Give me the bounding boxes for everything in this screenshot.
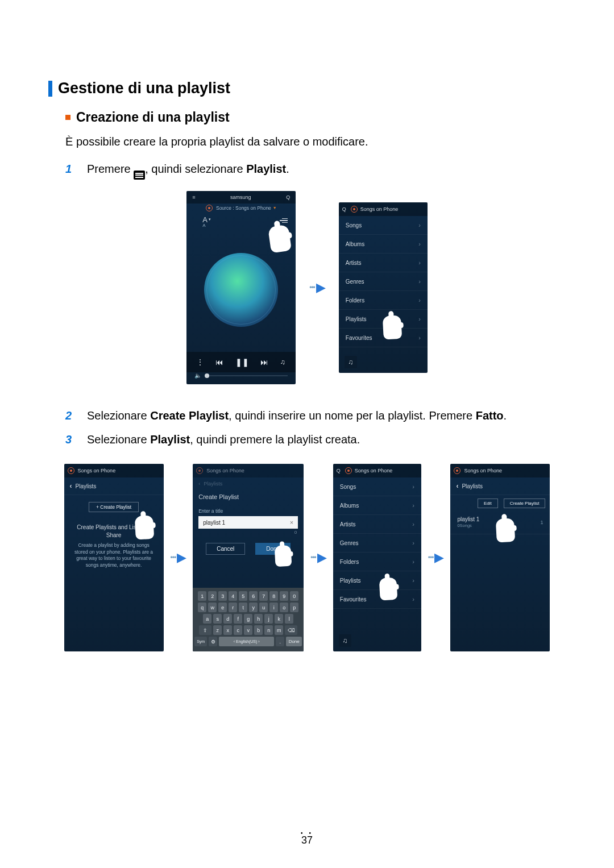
menu-item-playlists[interactable]: Playlists›: [339, 310, 428, 329]
phone-empty-back[interactable]: ‹ Playlists: [64, 477, 164, 495]
dialog-subtitle: Enter a title: [193, 502, 304, 516]
key-space[interactable]: ‹ English(US) ›: [219, 637, 274, 646]
chevron-right-icon: ›: [418, 334, 421, 341]
speaker-icon[interactable]: ♫: [339, 634, 351, 647]
menu-item-songs[interactable]: Songs›: [333, 477, 421, 496]
chevron-right-icon: ›: [412, 483, 414, 490]
key-w[interactable]: w: [208, 603, 217, 612]
key-h[interactable]: h: [254, 614, 263, 624]
key-v[interactable]: v: [244, 625, 252, 635]
brand-icon: [345, 467, 352, 474]
speaker-icon[interactable]: ♫: [280, 358, 285, 366]
key-sym[interactable]: Sym: [194, 637, 207, 646]
key-6[interactable]: 6: [249, 591, 258, 601]
step-1-body: Premere , quindi selezionare Playlist.: [87, 160, 566, 180]
chevron-left-icon: ‹: [198, 481, 200, 487]
phone-empty-playlists: Songs on Phone ‹ Playlists + Create Play…: [64, 464, 164, 651]
volume-track[interactable]: [205, 375, 288, 376]
chevron-right-icon: ›: [412, 539, 414, 546]
arrow-icon: ▶: [309, 280, 325, 295]
search-icon[interactable]: Q: [337, 468, 341, 474]
clear-input-icon[interactable]: ×: [290, 519, 293, 526]
menu-item-genres[interactable]: Genres›: [333, 534, 421, 553]
key-4[interactable]: 4: [229, 591, 237, 601]
key-t[interactable]: t: [239, 603, 247, 612]
key-9[interactable]: 9: [280, 591, 288, 601]
key-g[interactable]: g: [244, 614, 252, 624]
playlist-item[interactable]: playlist 1 0Songs 1: [450, 510, 550, 534]
phone-main-sort[interactable]: A▾ A: [194, 213, 211, 228]
menu-item-folders[interactable]: Folders›: [333, 553, 421, 571]
key-7[interactable]: 7: [259, 591, 268, 601]
heading-main-row: Gestione di una playlist: [48, 80, 566, 97]
phone-categories-1-list: Songs› Albums› Artists› Genres› Folders›…: [339, 216, 428, 347]
phone-categories-1-topbar: Q Songs on Phone: [339, 202, 428, 216]
more-icon[interactable]: ⋮: [197, 358, 204, 366]
key-d[interactable]: d: [223, 614, 232, 624]
volume-icon[interactable]: 🔈: [194, 372, 201, 379]
key-8[interactable]: 8: [269, 591, 278, 601]
step-3-number: 3: [65, 431, 77, 448]
eq-icon[interactable]: ≡: [192, 194, 195, 200]
key-q[interactable]: q: [198, 603, 206, 612]
key-u[interactable]: u: [259, 603, 268, 612]
list-icon[interactable]: [280, 218, 288, 223]
key-l[interactable]: l: [285, 614, 293, 624]
key-k[interactable]: k: [275, 614, 283, 624]
key-backspace[interactable]: ⌫: [285, 625, 297, 635]
key-r[interactable]: r: [229, 603, 237, 612]
key-settings[interactable]: ⚙: [209, 637, 217, 646]
key-c[interactable]: c: [234, 625, 242, 635]
menu-item-folders[interactable]: Folders›: [339, 291, 428, 310]
key-m[interactable]: m: [275, 625, 283, 635]
key-done[interactable]: Done: [286, 637, 302, 646]
key-b[interactable]: b: [254, 625, 263, 635]
create-playlist-button[interactable]: Create Playlist: [504, 499, 546, 508]
next-icon[interactable]: ⏭: [260, 358, 268, 367]
on-screen-keyboard[interactable]: 1 2 3 4 5 6 7 8 9 0 q w e r t y: [193, 588, 304, 651]
key-1[interactable]: 1: [198, 591, 206, 601]
menu-item-songs[interactable]: Songs›: [339, 216, 428, 235]
key-z[interactable]: z: [213, 625, 222, 635]
hand-pointer-icon: [383, 315, 403, 340]
key-j[interactable]: j: [264, 614, 273, 624]
dropdown-caret-icon[interactable]: ▼: [273, 206, 277, 210]
menu-item-artists[interactable]: Artists›: [333, 515, 421, 534]
menu-item-albums[interactable]: Albums›: [339, 235, 428, 254]
key-3[interactable]: 3: [218, 591, 227, 601]
keyboard-row-4: Sym ⚙ ‹ English(US) › . Done: [194, 637, 302, 646]
phone-create-back[interactable]: ‹ Playlists: [193, 477, 304, 490]
key-f[interactable]: f: [234, 614, 242, 624]
intro-paragraph: È possibile creare la propria playlist d…: [65, 133, 566, 150]
key-p[interactable]: p: [290, 603, 298, 612]
key-dot[interactable]: .: [276, 637, 284, 646]
menu-item-artists[interactable]: Artists›: [339, 254, 428, 272]
prev-icon[interactable]: ⏮: [215, 358, 223, 367]
key-5[interactable]: 5: [239, 591, 247, 601]
pause-icon[interactable]: ❚❚: [235, 358, 249, 367]
search-icon[interactable]: Q: [342, 206, 346, 212]
key-0[interactable]: 0: [290, 591, 298, 601]
cancel-button[interactable]: Cancel: [206, 543, 245, 555]
key-s[interactable]: s: [213, 614, 222, 624]
edit-button[interactable]: Edit: [478, 499, 498, 508]
key-o[interactable]: o: [280, 603, 288, 612]
menu-item-genres[interactable]: Genres›: [339, 272, 428, 291]
key-x[interactable]: x: [223, 625, 232, 635]
phone-categories-2-topbar: Q Songs on Phone: [333, 464, 421, 477]
speaker-icon[interactable]: ♫: [345, 356, 357, 368]
key-y[interactable]: y: [249, 603, 258, 612]
playlist-name-input[interactable]: playlist 1 ×: [198, 516, 298, 529]
create-playlist-button[interactable]: + Create Playlist: [89, 502, 139, 512]
search-icon[interactable]: Q: [286, 194, 290, 200]
menu-item-albums[interactable]: Albums›: [333, 496, 421, 515]
key-shift[interactable]: ⇧: [199, 625, 211, 635]
menu-item-favourites[interactable]: Favourites›: [333, 590, 421, 609]
menu-item-playlists[interactable]: Playlists›: [333, 571, 421, 590]
key-a[interactable]: a: [203, 614, 211, 624]
key-i[interactable]: i: [269, 603, 278, 612]
phone-playlist-back[interactable]: ‹ Playlists: [450, 477, 550, 495]
key-n[interactable]: n: [264, 625, 273, 635]
key-e[interactable]: e: [218, 603, 227, 612]
key-2[interactable]: 2: [208, 591, 217, 601]
